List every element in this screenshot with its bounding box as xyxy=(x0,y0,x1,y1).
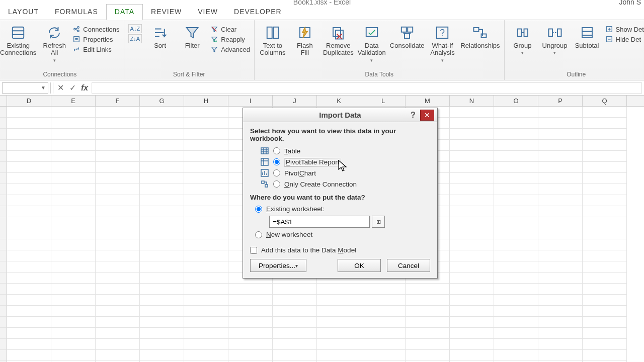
cell[interactable] xyxy=(583,140,627,151)
cell[interactable] xyxy=(96,228,140,239)
tab-data[interactable]: DATA xyxy=(106,4,143,20)
ok-button[interactable]: OK xyxy=(338,259,381,272)
range-picker-button[interactable]: ⊞ xyxy=(372,216,385,228)
cell[interactable] xyxy=(583,184,627,195)
cell[interactable] xyxy=(538,239,583,250)
cell[interactable] xyxy=(51,217,96,228)
cell[interactable] xyxy=(450,151,494,162)
cell[interactable] xyxy=(450,328,494,339)
cell[interactable] xyxy=(96,273,140,284)
cell[interactable] xyxy=(7,250,51,261)
cell[interactable] xyxy=(96,129,140,140)
cell[interactable] xyxy=(184,284,228,295)
cell[interactable] xyxy=(583,273,627,284)
cell[interactable] xyxy=(538,129,583,140)
cell[interactable] xyxy=(583,217,627,228)
cell[interactable] xyxy=(583,284,627,295)
cell[interactable] xyxy=(228,284,273,295)
cell[interactable] xyxy=(184,217,228,228)
cell[interactable] xyxy=(228,350,273,361)
column-header[interactable]: G xyxy=(140,96,184,106)
option-existing-worksheet[interactable]: Existing worksheet: xyxy=(250,204,430,214)
cell[interactable] xyxy=(538,350,583,361)
cell[interactable] xyxy=(51,173,96,184)
cell[interactable] xyxy=(538,162,583,173)
cell[interactable] xyxy=(494,184,538,195)
cell[interactable] xyxy=(51,162,96,173)
cell[interactable] xyxy=(583,328,627,339)
cell[interactable] xyxy=(140,140,184,151)
cell[interactable] xyxy=(450,250,494,261)
option-existing-radio[interactable] xyxy=(255,206,262,213)
cell[interactable] xyxy=(538,250,583,261)
cell[interactable] xyxy=(317,317,361,328)
cell[interactable] xyxy=(51,140,96,151)
cell[interactable] xyxy=(140,228,184,239)
connections-button[interactable]: Connections xyxy=(72,25,119,33)
cell[interactable] xyxy=(583,107,627,118)
cell[interactable] xyxy=(96,173,140,184)
cell[interactable] xyxy=(51,250,96,261)
cell[interactable] xyxy=(228,328,273,339)
cell[interactable] xyxy=(538,306,583,317)
row-header[interactable] xyxy=(0,206,7,217)
cell[interactable] xyxy=(7,129,51,140)
cell[interactable] xyxy=(184,107,228,118)
cell[interactable] xyxy=(140,273,184,284)
row-header[interactable] xyxy=(0,261,7,273)
column-header[interactable]: D xyxy=(7,96,51,106)
cell[interactable] xyxy=(96,284,140,295)
row-header[interactable] xyxy=(0,339,7,350)
cell[interactable] xyxy=(361,284,406,295)
column-header[interactable]: M xyxy=(406,96,450,106)
cell[interactable] xyxy=(538,173,583,184)
option-table[interactable]: Table xyxy=(250,145,430,156)
cell[interactable] xyxy=(184,162,228,173)
cell[interactable] xyxy=(184,118,228,129)
cell[interactable] xyxy=(51,339,96,350)
cell[interactable] xyxy=(406,295,450,306)
cell[interactable] xyxy=(538,184,583,195)
cell[interactable] xyxy=(538,284,583,295)
cell[interactable] xyxy=(51,295,96,306)
cell[interactable] xyxy=(184,239,228,250)
cell[interactable] xyxy=(7,328,51,339)
cell[interactable] xyxy=(450,261,494,273)
cell[interactable] xyxy=(450,284,494,295)
cell[interactable] xyxy=(7,295,51,306)
cell[interactable] xyxy=(140,350,184,361)
cell[interactable] xyxy=(96,195,140,206)
properties-dropdown-button[interactable]: Properties... xyxy=(250,259,306,272)
cell[interactable] xyxy=(538,140,583,151)
cell[interactable] xyxy=(96,239,140,250)
cell[interactable] xyxy=(7,273,51,284)
cell[interactable] xyxy=(184,273,228,284)
sort-asc-button[interactable]: A↓Z xyxy=(128,24,142,33)
row-header[interactable] xyxy=(0,228,7,239)
select-all-corner[interactable] xyxy=(0,96,7,106)
option-pivotchart-radio[interactable] xyxy=(273,169,280,176)
cell[interactable] xyxy=(51,129,96,140)
row-header[interactable] xyxy=(0,295,7,306)
cell[interactable] xyxy=(273,317,317,328)
cell[interactable] xyxy=(494,228,538,239)
cell[interactable] xyxy=(7,151,51,162)
tab-view[interactable]: VIEW xyxy=(190,5,226,20)
clear-button[interactable]: Clear xyxy=(210,25,250,33)
existing-connections-button[interactable]: Existing Connections xyxy=(0,22,36,57)
cell[interactable] xyxy=(583,306,627,317)
cell[interactable] xyxy=(184,206,228,217)
cell[interactable] xyxy=(7,195,51,206)
tab-developer[interactable]: DEVELOPER xyxy=(226,5,290,20)
cell[interactable] xyxy=(361,317,406,328)
cell[interactable] xyxy=(184,173,228,184)
cell[interactable] xyxy=(140,328,184,339)
cell[interactable] xyxy=(494,129,538,140)
cell[interactable] xyxy=(7,339,51,350)
cell[interactable] xyxy=(583,129,627,140)
cell[interactable] xyxy=(450,173,494,184)
cell[interactable] xyxy=(494,206,538,217)
show-detail-button[interactable]: Show Det xyxy=(605,25,644,33)
consolidate-button[interactable]: Consolidate xyxy=(390,22,425,49)
cell[interactable] xyxy=(51,107,96,118)
